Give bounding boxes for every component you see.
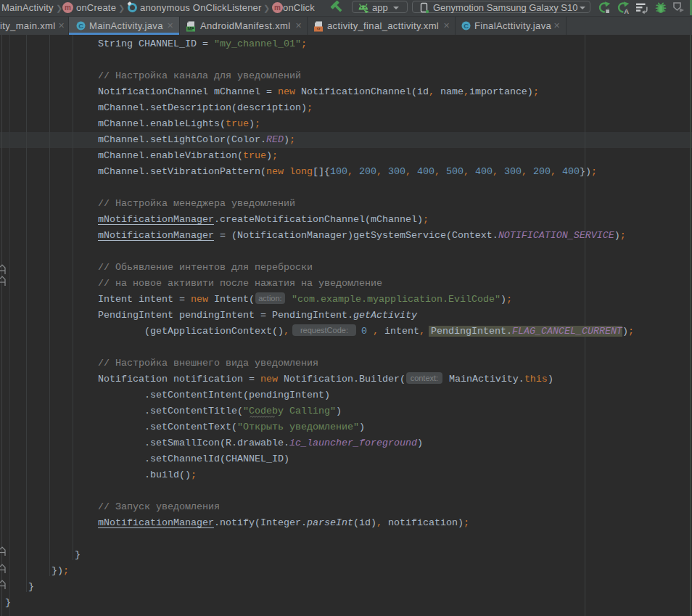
svg-text:‹›: ‹› [317, 26, 321, 31]
svg-text:MF: MF [187, 26, 194, 31]
svg-text:C: C [464, 22, 469, 30]
svg-text:C: C [78, 22, 83, 30]
svg-text:A: A [624, 7, 629, 15]
